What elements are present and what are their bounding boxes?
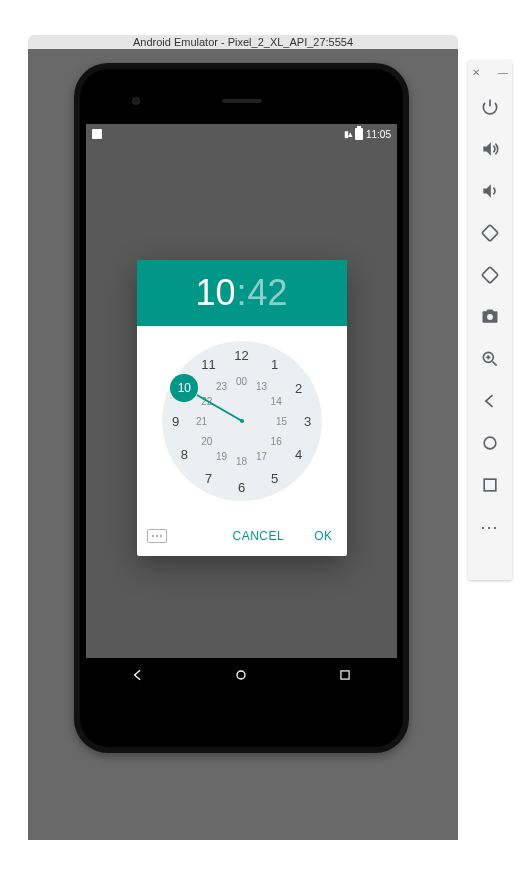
clock-hour-inner[interactable]: 15	[276, 416, 287, 427]
nav-home-button[interactable]	[225, 659, 257, 691]
zoom-icon[interactable]	[470, 340, 510, 378]
more-icon[interactable]: ⋯	[470, 508, 510, 546]
clock-hour-inner[interactable]: 18	[236, 456, 247, 467]
nav-recents-button[interactable]	[329, 659, 361, 691]
dialog-actions: CANCEL OK	[137, 516, 347, 556]
svg-rect-10	[484, 479, 496, 491]
emulator-toolbar: ✕ — ⋯	[468, 60, 512, 580]
phone-front-camera	[132, 97, 140, 105]
volume-up-icon[interactable]	[470, 130, 510, 168]
selected-hour[interactable]: 10	[195, 272, 235, 314]
clock-hour-inner[interactable]: 17	[256, 450, 267, 461]
svg-point-4	[487, 314, 493, 320]
time-picker-dialog: 10 : 42 10121234567891100131415161718192…	[137, 260, 347, 556]
android-nav-bar	[86, 658, 397, 692]
phone-screen[interactable]: ▮▴ 11:05 10 : 42	[86, 124, 397, 692]
emulator-body: ▮▴ 11:05 10 : 42	[28, 49, 458, 840]
clock-hour-inner[interactable]: 13	[256, 381, 267, 392]
minimize-icon[interactable]: —	[498, 68, 508, 78]
status-bar: ▮▴ 11:05	[86, 124, 397, 144]
clock-hour-inner[interactable]: 16	[271, 436, 282, 447]
time-colon: :	[236, 272, 246, 314]
notification-icon	[92, 129, 102, 139]
statusbar-time: 11:05	[366, 129, 391, 140]
clock-hour-inner[interactable]: 14	[271, 396, 282, 407]
clock-hour[interactable]: 9	[172, 414, 179, 429]
overview-icon[interactable]	[470, 466, 510, 504]
clock-hour-inner[interactable]: 20	[201, 436, 212, 447]
window-title: Android Emulator - Pixel_2_XL_API_27:555…	[28, 35, 458, 49]
clock-hour-inner[interactable]: 19	[216, 450, 227, 461]
power-icon[interactable]	[470, 88, 510, 126]
clock-hour[interactable]: 2	[295, 381, 302, 396]
close-icon[interactable]: ✕	[472, 68, 480, 78]
selected-minute[interactable]: 42	[248, 272, 288, 314]
clock-selected-knob[interactable]: 10	[170, 374, 198, 402]
clock-hour[interactable]: 4	[295, 447, 302, 462]
volume-down-icon[interactable]	[470, 172, 510, 210]
clock-hour[interactable]: 5	[271, 471, 278, 486]
svg-rect-3	[482, 267, 498, 283]
ok-button[interactable]: OK	[308, 523, 338, 549]
clock-hour[interactable]: 3	[304, 414, 311, 429]
battery-icon	[355, 128, 363, 140]
svg-rect-2	[482, 225, 498, 241]
clock-hour[interactable]: 12	[234, 348, 248, 363]
clock-hour[interactable]: 11	[201, 356, 215, 371]
svg-point-9	[484, 437, 496, 449]
cancel-button[interactable]: CANCEL	[226, 523, 290, 549]
phone-frame: ▮▴ 11:05 10 : 42	[74, 63, 409, 753]
rotate-left-icon[interactable]	[470, 214, 510, 252]
clock-center	[240, 419, 244, 423]
clock-hour[interactable]: 6	[238, 480, 245, 495]
emulator-window: Android Emulator - Pixel_2_XL_API_27:555…	[28, 35, 458, 840]
home-icon[interactable]	[470, 424, 510, 462]
svg-point-0	[237, 671, 245, 679]
nav-back-button[interactable]	[122, 659, 154, 691]
keyboard-input-icon[interactable]	[147, 529, 167, 543]
clock-hour-inner[interactable]: 21	[196, 416, 207, 427]
svg-rect-1	[341, 671, 349, 679]
screenshot-icon[interactable]	[470, 298, 510, 336]
network-icon: ▮▴	[344, 129, 352, 139]
clock-hour[interactable]: 7	[205, 471, 212, 486]
clock-hour[interactable]: 8	[181, 447, 188, 462]
time-picker-body: 101212345678911001314151617181920212223	[137, 326, 347, 516]
clock-hour-inner[interactable]: 23	[216, 381, 227, 392]
clock-hour[interactable]: 1	[271, 356, 278, 371]
time-picker-header: 10 : 42	[137, 260, 347, 326]
clock-hour-inner[interactable]: 00	[236, 376, 247, 387]
svg-line-6	[493, 362, 497, 366]
clock-face[interactable]: 101212345678911001314151617181920212223	[162, 341, 322, 501]
phone-speaker	[222, 99, 262, 103]
rotate-right-icon[interactable]	[470, 256, 510, 294]
back-icon[interactable]	[470, 382, 510, 420]
phone-bezel: ▮▴ 11:05 10 : 42	[80, 69, 403, 747]
